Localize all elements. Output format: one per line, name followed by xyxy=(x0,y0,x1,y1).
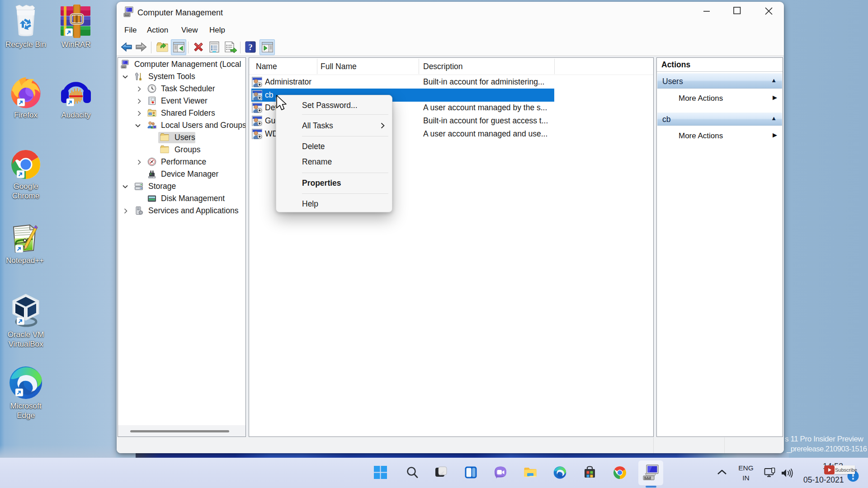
svg-text:?: ? xyxy=(248,42,253,52)
